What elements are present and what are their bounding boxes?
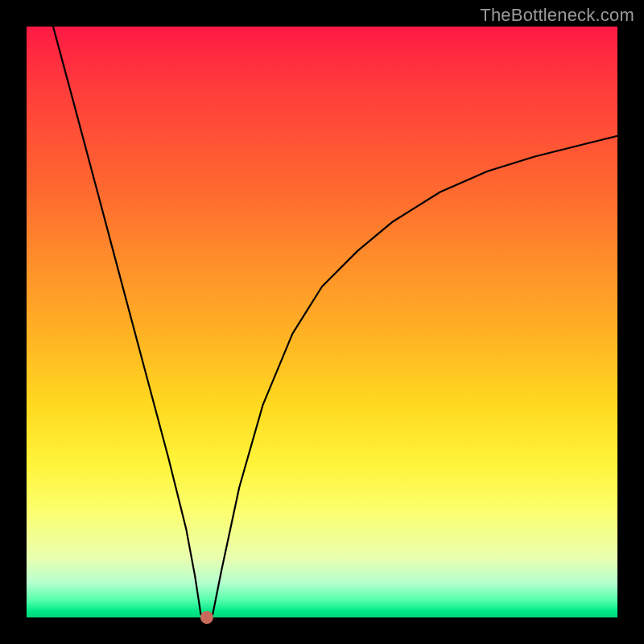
- minimum-marker: [200, 611, 213, 624]
- bottleneck-curve: [27, 27, 617, 617]
- curve-path: [53, 27, 617, 616]
- chart-frame: TheBottleneck.com: [0, 0, 644, 644]
- plot-area: [27, 27, 617, 617]
- watermark-text: TheBottleneck.com: [480, 5, 634, 26]
